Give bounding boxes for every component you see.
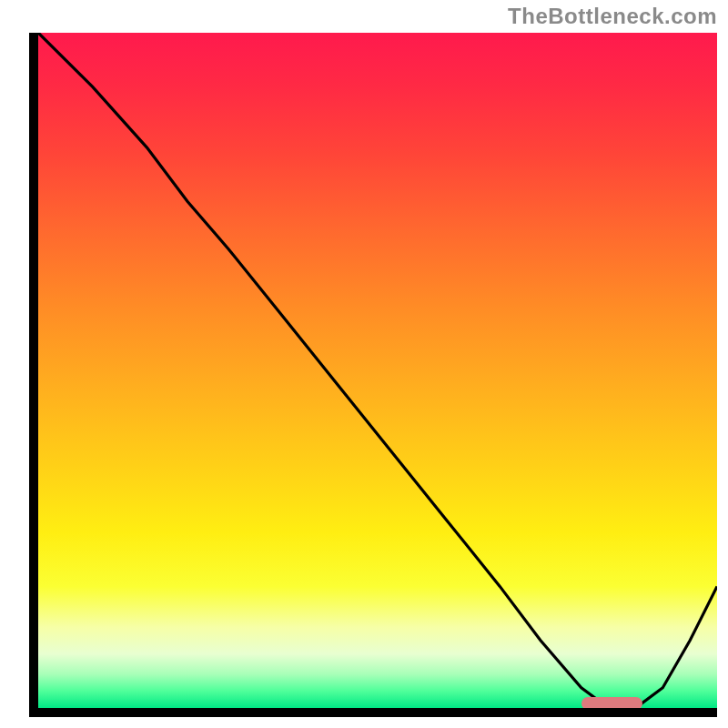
chart-container: TheBottleneck.com xyxy=(0,0,728,728)
attribution-text: TheBottleneck.com xyxy=(508,4,717,29)
y-axis xyxy=(29,33,38,717)
x-axis xyxy=(29,708,717,717)
optimal-range-marker xyxy=(581,697,642,708)
bottleneck-curve xyxy=(38,33,717,708)
plot-area xyxy=(38,33,717,708)
